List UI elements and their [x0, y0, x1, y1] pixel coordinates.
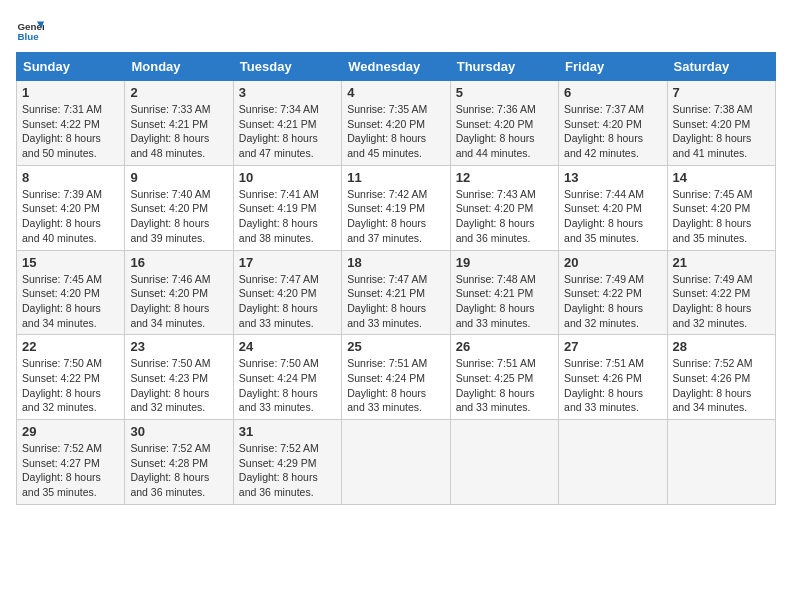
- cell-info: Sunrise: 7:52 AMSunset: 4:28 PMDaylight:…: [130, 441, 227, 500]
- day-cell: 7Sunrise: 7:38 AMSunset: 4:20 PMDaylight…: [667, 81, 775, 166]
- cell-info: Sunrise: 7:39 AMSunset: 4:20 PMDaylight:…: [22, 187, 119, 246]
- day-number: 4: [347, 85, 444, 100]
- week-row-2: 8Sunrise: 7:39 AMSunset: 4:20 PMDaylight…: [17, 165, 776, 250]
- col-header-sunday: Sunday: [17, 53, 125, 81]
- day-cell: 1Sunrise: 7:31 AMSunset: 4:22 PMDaylight…: [17, 81, 125, 166]
- day-cell: 31Sunrise: 7:52 AMSunset: 4:29 PMDayligh…: [233, 420, 341, 505]
- logo-icon: General Blue: [16, 16, 44, 44]
- cell-info: Sunrise: 7:42 AMSunset: 4:19 PMDaylight:…: [347, 187, 444, 246]
- cell-info: Sunrise: 7:38 AMSunset: 4:20 PMDaylight:…: [673, 102, 770, 161]
- cell-info: Sunrise: 7:46 AMSunset: 4:20 PMDaylight:…: [130, 272, 227, 331]
- day-number: 1: [22, 85, 119, 100]
- day-number: 9: [130, 170, 227, 185]
- day-number: 29: [22, 424, 119, 439]
- cell-info: Sunrise: 7:51 AMSunset: 4:24 PMDaylight:…: [347, 356, 444, 415]
- week-row-5: 29Sunrise: 7:52 AMSunset: 4:27 PMDayligh…: [17, 420, 776, 505]
- cell-info: Sunrise: 7:37 AMSunset: 4:20 PMDaylight:…: [564, 102, 661, 161]
- day-cell: 3Sunrise: 7:34 AMSunset: 4:21 PMDaylight…: [233, 81, 341, 166]
- day-cell: 23Sunrise: 7:50 AMSunset: 4:23 PMDayligh…: [125, 335, 233, 420]
- day-number: 19: [456, 255, 553, 270]
- cell-info: Sunrise: 7:49 AMSunset: 4:22 PMDaylight:…: [564, 272, 661, 331]
- day-number: 23: [130, 339, 227, 354]
- day-cell: 9Sunrise: 7:40 AMSunset: 4:20 PMDaylight…: [125, 165, 233, 250]
- day-number: 2: [130, 85, 227, 100]
- cell-info: Sunrise: 7:50 AMSunset: 4:22 PMDaylight:…: [22, 356, 119, 415]
- cell-info: Sunrise: 7:36 AMSunset: 4:20 PMDaylight:…: [456, 102, 553, 161]
- day-cell: 12Sunrise: 7:43 AMSunset: 4:20 PMDayligh…: [450, 165, 558, 250]
- cell-info: Sunrise: 7:31 AMSunset: 4:22 PMDaylight:…: [22, 102, 119, 161]
- day-cell: 30Sunrise: 7:52 AMSunset: 4:28 PMDayligh…: [125, 420, 233, 505]
- cell-info: Sunrise: 7:41 AMSunset: 4:19 PMDaylight:…: [239, 187, 336, 246]
- day-number: 7: [673, 85, 770, 100]
- week-row-4: 22Sunrise: 7:50 AMSunset: 4:22 PMDayligh…: [17, 335, 776, 420]
- cell-info: Sunrise: 7:40 AMSunset: 4:20 PMDaylight:…: [130, 187, 227, 246]
- cell-info: Sunrise: 7:43 AMSunset: 4:20 PMDaylight:…: [456, 187, 553, 246]
- col-header-thursday: Thursday: [450, 53, 558, 81]
- day-number: 8: [22, 170, 119, 185]
- day-cell: 21Sunrise: 7:49 AMSunset: 4:22 PMDayligh…: [667, 250, 775, 335]
- calendar-table: SundayMondayTuesdayWednesdayThursdayFrid…: [16, 52, 776, 505]
- day-cell: 6Sunrise: 7:37 AMSunset: 4:20 PMDaylight…: [559, 81, 667, 166]
- day-number: 5: [456, 85, 553, 100]
- cell-info: Sunrise: 7:34 AMSunset: 4:21 PMDaylight:…: [239, 102, 336, 161]
- day-cell: 4Sunrise: 7:35 AMSunset: 4:20 PMDaylight…: [342, 81, 450, 166]
- day-cell: 14Sunrise: 7:45 AMSunset: 4:20 PMDayligh…: [667, 165, 775, 250]
- day-cell: 19Sunrise: 7:48 AMSunset: 4:21 PMDayligh…: [450, 250, 558, 335]
- day-number: 14: [673, 170, 770, 185]
- col-header-saturday: Saturday: [667, 53, 775, 81]
- day-number: 18: [347, 255, 444, 270]
- header: General Blue: [16, 16, 776, 44]
- cell-info: Sunrise: 7:45 AMSunset: 4:20 PMDaylight:…: [673, 187, 770, 246]
- day-cell: 20Sunrise: 7:49 AMSunset: 4:22 PMDayligh…: [559, 250, 667, 335]
- cell-info: Sunrise: 7:47 AMSunset: 4:21 PMDaylight:…: [347, 272, 444, 331]
- cell-info: Sunrise: 7:47 AMSunset: 4:20 PMDaylight:…: [239, 272, 336, 331]
- day-number: 12: [456, 170, 553, 185]
- col-header-tuesday: Tuesday: [233, 53, 341, 81]
- day-cell: 13Sunrise: 7:44 AMSunset: 4:20 PMDayligh…: [559, 165, 667, 250]
- day-cell: 15Sunrise: 7:45 AMSunset: 4:20 PMDayligh…: [17, 250, 125, 335]
- cell-info: Sunrise: 7:33 AMSunset: 4:21 PMDaylight:…: [130, 102, 227, 161]
- logo: General Blue: [16, 16, 44, 44]
- col-header-monday: Monday: [125, 53, 233, 81]
- day-number: 22: [22, 339, 119, 354]
- day-cell: 17Sunrise: 7:47 AMSunset: 4:20 PMDayligh…: [233, 250, 341, 335]
- day-cell: [667, 420, 775, 505]
- day-number: 17: [239, 255, 336, 270]
- cell-info: Sunrise: 7:52 AMSunset: 4:26 PMDaylight:…: [673, 356, 770, 415]
- cell-info: Sunrise: 7:44 AMSunset: 4:20 PMDaylight:…: [564, 187, 661, 246]
- week-row-3: 15Sunrise: 7:45 AMSunset: 4:20 PMDayligh…: [17, 250, 776, 335]
- day-cell: 25Sunrise: 7:51 AMSunset: 4:24 PMDayligh…: [342, 335, 450, 420]
- cell-info: Sunrise: 7:51 AMSunset: 4:26 PMDaylight:…: [564, 356, 661, 415]
- cell-info: Sunrise: 7:52 AMSunset: 4:27 PMDaylight:…: [22, 441, 119, 500]
- cell-info: Sunrise: 7:48 AMSunset: 4:21 PMDaylight:…: [456, 272, 553, 331]
- day-cell: [559, 420, 667, 505]
- day-number: 6: [564, 85, 661, 100]
- cell-info: Sunrise: 7:35 AMSunset: 4:20 PMDaylight:…: [347, 102, 444, 161]
- day-cell: 16Sunrise: 7:46 AMSunset: 4:20 PMDayligh…: [125, 250, 233, 335]
- cell-info: Sunrise: 7:50 AMSunset: 4:24 PMDaylight:…: [239, 356, 336, 415]
- day-cell: 10Sunrise: 7:41 AMSunset: 4:19 PMDayligh…: [233, 165, 341, 250]
- day-number: 28: [673, 339, 770, 354]
- col-header-friday: Friday: [559, 53, 667, 81]
- day-cell: 5Sunrise: 7:36 AMSunset: 4:20 PMDaylight…: [450, 81, 558, 166]
- day-number: 20: [564, 255, 661, 270]
- day-cell: [450, 420, 558, 505]
- day-cell: 8Sunrise: 7:39 AMSunset: 4:20 PMDaylight…: [17, 165, 125, 250]
- cell-info: Sunrise: 7:52 AMSunset: 4:29 PMDaylight:…: [239, 441, 336, 500]
- week-row-1: 1Sunrise: 7:31 AMSunset: 4:22 PMDaylight…: [17, 81, 776, 166]
- cell-info: Sunrise: 7:51 AMSunset: 4:25 PMDaylight:…: [456, 356, 553, 415]
- day-cell: 26Sunrise: 7:51 AMSunset: 4:25 PMDayligh…: [450, 335, 558, 420]
- day-cell: 27Sunrise: 7:51 AMSunset: 4:26 PMDayligh…: [559, 335, 667, 420]
- day-number: 13: [564, 170, 661, 185]
- svg-text:Blue: Blue: [17, 31, 39, 42]
- day-cell: 28Sunrise: 7:52 AMSunset: 4:26 PMDayligh…: [667, 335, 775, 420]
- day-cell: 29Sunrise: 7:52 AMSunset: 4:27 PMDayligh…: [17, 420, 125, 505]
- day-cell: [342, 420, 450, 505]
- day-cell: 18Sunrise: 7:47 AMSunset: 4:21 PMDayligh…: [342, 250, 450, 335]
- day-number: 31: [239, 424, 336, 439]
- day-cell: 24Sunrise: 7:50 AMSunset: 4:24 PMDayligh…: [233, 335, 341, 420]
- day-number: 26: [456, 339, 553, 354]
- day-number: 16: [130, 255, 227, 270]
- cell-info: Sunrise: 7:49 AMSunset: 4:22 PMDaylight:…: [673, 272, 770, 331]
- day-number: 11: [347, 170, 444, 185]
